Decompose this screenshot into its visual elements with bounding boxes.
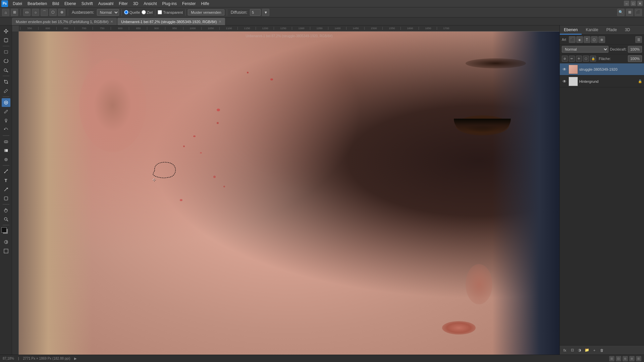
home-button[interactable]: ⌂ <box>2 9 9 16</box>
screen-mode-button[interactable] <box>2 247 10 255</box>
menu-ansicht[interactable]: Ansicht <box>141 1 159 7</box>
move-tool-button[interactable] <box>2 27 10 36</box>
polygon-preset[interactable]: ⬡ <box>49 9 57 16</box>
statusbar-icon-4[interactable]: ⊗ <box>629 356 635 361</box>
healing-preset[interactable]: ⊕ <box>58 9 65 16</box>
quick-mask-button[interactable] <box>2 238 10 246</box>
menu-plugins[interactable]: Plug-ins <box>160 1 179 7</box>
layer-item-struggle[interactable]: 👁 struggle-3805349-1920 <box>560 63 644 75</box>
tab-pfade[interactable]: Pfade <box>602 25 621 35</box>
menu-filter[interactable]: Filter <box>116 1 130 7</box>
layer-delete-button[interactable]: 🗑 <box>599 347 605 353</box>
lasso-preset[interactable]: ⌒ <box>41 9 48 16</box>
ruler-mark: 1450 <box>346 27 364 30</box>
marquee-rect-button[interactable] <box>2 48 10 56</box>
eyedropper-button[interactable] <box>2 86 10 95</box>
lock-pixels-btn[interactable]: ✏ <box>569 56 575 62</box>
source-radio[interactable] <box>124 10 128 14</box>
filter-toggle-btn[interactable]: ☰ <box>635 36 642 43</box>
clone-stamp-button[interactable] <box>2 116 10 125</box>
menu-hilfe[interactable]: Hilfe <box>199 1 212 7</box>
menu-schrift[interactable]: Schrift <box>79 1 96 7</box>
filter-smart-btn[interactable]: ⊕ <box>598 36 605 43</box>
path-select-button[interactable] <box>2 185 10 194</box>
tab-main-close[interactable]: ✕ <box>219 20 221 23</box>
blend-mode-select[interactable]: Normal <box>97 9 119 16</box>
arrange-button[interactable]: ⬛ <box>635 9 642 16</box>
rect-marquee-preset[interactable]: ▭ <box>23 9 31 16</box>
tab-3d[interactable]: 3D <box>621 25 634 35</box>
brush-tool-button[interactable] <box>2 107 10 116</box>
quick-select-button[interactable] <box>2 66 10 74</box>
use-pattern-button[interactable]: Muster verwenden <box>188 9 224 15</box>
zoom-tool-button[interactable] <box>2 215 10 224</box>
lock-transparent-btn[interactable]: ⊘ <box>562 56 568 62</box>
workspace-button[interactable]: ⊞ <box>626 9 633 16</box>
filter-shape-btn[interactable]: ⬡ <box>591 36 598 43</box>
pen-tool-button[interactable] <box>2 167 10 176</box>
foreground-color-swatch[interactable] <box>1 227 7 233</box>
menu-bild[interactable]: Bild <box>50 1 62 7</box>
history-brush-button[interactable] <box>2 125 10 134</box>
diffusion-input[interactable] <box>250 9 261 16</box>
ellipse-marquee-preset[interactable]: ○ <box>32 9 39 16</box>
tab-main[interactable]: Unbenannt-1 bei 87,2% (struggle-3805349-… <box>117 18 225 25</box>
dest-radio[interactable] <box>142 10 146 14</box>
layer-visibility-hintergrund[interactable]: 👁 <box>562 79 567 84</box>
filter-pixel-btn[interactable]: ⬛ <box>569 36 576 43</box>
menu-bearbeiten[interactable]: Bearbeiten <box>25 1 50 7</box>
menu-auswahl[interactable]: Auswahl <box>96 1 116 7</box>
tab-pattern-label: Muster erstellen.psdc bei 15,7% (Farbfül… <box>16 20 108 24</box>
gradient-tool-button[interactable] <box>2 146 10 155</box>
layer-mask-button[interactable]: ⊡ <box>569 347 575 353</box>
artboard-tool-button[interactable] <box>2 36 10 45</box>
layer-visibility-struggle[interactable]: 👁 <box>562 67 567 72</box>
tab-pattern[interactable]: Muster erstellen.psdc bei 15,7% (Farbfül… <box>12 18 117 25</box>
image-size: 2771 Px × 1869 Px (182.88 ppi) <box>23 357 70 360</box>
layer-fx-button[interactable]: fx <box>562 347 568 353</box>
eraser-button[interactable] <box>2 137 10 146</box>
filter-text-btn[interactable]: T <box>584 36 590 43</box>
acne-spot <box>217 122 219 124</box>
statusbar-icon-5[interactable]: ⊞ <box>636 356 641 361</box>
lasso-tool-button[interactable] <box>2 57 10 65</box>
layer-add-button[interactable]: + <box>591 347 597 353</box>
statusbar-icon-2[interactable]: ⊟ <box>616 356 621 361</box>
blur-tool-button[interactable] <box>2 155 10 164</box>
lock-artboard-btn[interactable]: ⬡ <box>583 56 589 62</box>
crop-tool-button[interactable] <box>2 77 10 86</box>
tab-kanaele[interactable]: Kanäle <box>582 25 602 35</box>
menu-datei[interactable]: Datei <box>10 1 25 7</box>
menu-3d[interactable]: 3D <box>130 1 141 7</box>
type-tool-button[interactable]: T <box>2 176 10 185</box>
color-swatches[interactable] <box>1 227 11 237</box>
close-button[interactable]: ✕ <box>637 1 643 6</box>
tab-ebenen[interactable]: Ebenen <box>560 25 582 35</box>
opacity-value[interactable]: 100% <box>628 46 642 53</box>
diffusion-arrow[interactable]: ▼ <box>262 9 269 16</box>
search-button[interactable]: 🔍 <box>617 9 625 16</box>
shape-tool-button[interactable] <box>2 194 10 203</box>
svg-point-21 <box>7 170 8 171</box>
statusbar-icon-3[interactable]: ⊕ <box>623 356 628 361</box>
lock-position-btn[interactable]: ✛ <box>576 56 582 62</box>
tool-preset-button[interactable]: ⊞ <box>11 9 18 16</box>
fill-value[interactable]: 100% <box>628 55 642 62</box>
layer-adj-button[interactable]: ◑ <box>577 347 583 353</box>
minimize-button[interactable]: – <box>624 1 629 6</box>
statusbar-icon-1[interactable]: ⊞ <box>609 356 614 361</box>
layer-group-button[interactable]: 📁 <box>584 347 590 353</box>
status-arrow[interactable]: ▶ <box>74 357 77 360</box>
healing-brush-button[interactable] <box>2 98 10 107</box>
canvas-container[interactable]: Unbenannt-1 bei 87,2% (struggle-3805349-… <box>19 32 559 355</box>
lock-all-btn[interactable]: 🔒 <box>590 56 596 62</box>
hand-tool-button[interactable] <box>2 206 10 215</box>
tab-pattern-close[interactable]: ✕ <box>110 20 113 23</box>
layer-blend-select[interactable]: Normal <box>562 46 608 53</box>
menu-ebene[interactable]: Ebene <box>62 1 79 7</box>
menu-fenster[interactable]: Fenster <box>179 1 199 7</box>
layer-item-hintergrund[interactable]: 👁 Hintergrund 🔒 <box>560 75 644 87</box>
maximize-button[interactable]: □ <box>631 1 636 6</box>
filter-adj-btn[interactable]: ◈ <box>576 36 583 43</box>
transparent-checkbox[interactable] <box>158 10 162 14</box>
